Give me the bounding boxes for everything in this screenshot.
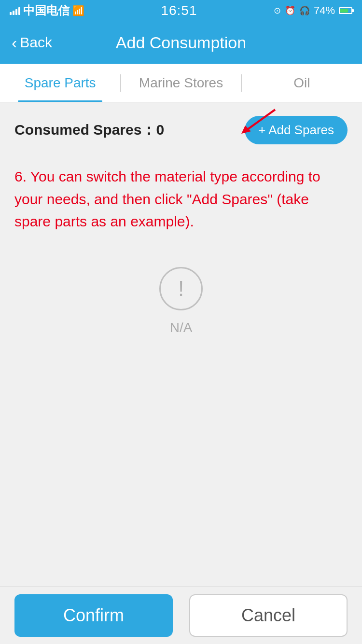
alarm-icon: ⏰ — [285, 5, 295, 16]
signal-icon — [10, 6, 20, 15]
status-left: 中国电信 📶 — [10, 3, 84, 18]
battery-icon — [339, 7, 352, 14]
cancel-button[interactable]: Cancel — [189, 594, 348, 637]
consumed-header: Consumed Spares：0 + Add Spares — [0, 102, 362, 156]
empty-state: ! N/A — [0, 248, 362, 364]
tab-bar: Spare Parts Marine Stores Oil — [0, 64, 362, 102]
content-area: Consumed Spares：0 + Add Spares 6. You ca… — [0, 102, 362, 609]
tab-marine-stores[interactable]: Marine Stores — [121, 64, 241, 102]
instruction-text: 6. You can switch the material type acco… — [0, 156, 362, 248]
time-label: 16:51 — [161, 3, 197, 18]
consumed-label: Consumed Spares：0 — [14, 120, 164, 140]
battery-percent: 74% — [314, 4, 335, 17]
tab-oil[interactable]: Oil — [242, 64, 362, 102]
exclamation-icon: ! — [178, 278, 184, 299]
bottom-bar: Confirm Cancel — [0, 586, 362, 644]
confirm-button[interactable]: Confirm — [14, 594, 173, 637]
back-label: Back — [20, 34, 52, 51]
status-bar: 中国电信 📶 16:51 ⊙ ⏰ 🎧 74% — [0, 0, 362, 21]
add-spares-button[interactable]: + Add Spares — [245, 116, 348, 144]
carrier-label: 中国电信 — [23, 3, 70, 18]
back-button[interactable]: ‹ Back — [12, 34, 52, 51]
empty-icon-circle: ! — [159, 267, 203, 310]
headphone-icon: 🎧 — [299, 5, 310, 16]
empty-text: N/A — [170, 320, 193, 336]
consumed-count: 0 — [156, 122, 164, 138]
tab-spare-parts[interactable]: Spare Parts — [0, 64, 120, 102]
back-chevron-icon: ‹ — [12, 34, 17, 51]
wifi-icon: 📶 — [72, 5, 84, 16]
status-right: ⊙ ⏰ 🎧 74% — [274, 4, 352, 17]
nav-title: Add Consumption — [116, 33, 246, 52]
location-icon: ⊙ — [274, 5, 281, 16]
nav-bar: ‹ Back Add Consumption — [0, 21, 362, 64]
